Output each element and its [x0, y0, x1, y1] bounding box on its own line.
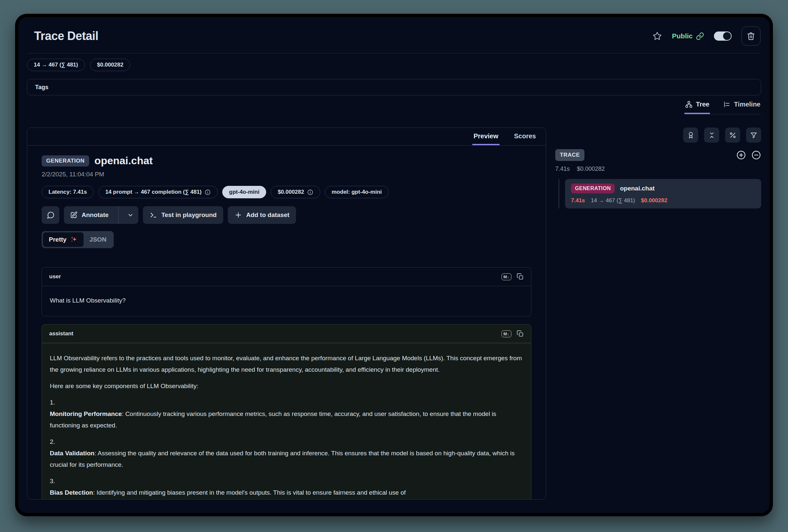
model-param-badge: model: gpt-4o-mini — [325, 186, 389, 198]
assistant-message-header: assistant M↓ — [42, 324, 531, 343]
tab-scores[interactable]: Scores — [513, 133, 537, 145]
messages-container: user M↓ What is LLM Observability? — [42, 267, 531, 499]
content-row: Preview Scores GENERATION openai.chat 2/… — [27, 127, 761, 499]
token-usage-badge[interactable]: 14 → 467 (∑ 481) — [27, 59, 85, 71]
info-icon — [307, 189, 313, 195]
public-toggle[interactable] — [714, 32, 732, 41]
annotations-toggle-button[interactable] — [683, 127, 698, 143]
list-desc: : Assessing the quality and relevance of… — [50, 450, 515, 468]
button-separator — [118, 206, 119, 224]
panel-body: GENERATION openai.chat 2/2/2025, 11:04:0… — [27, 145, 546, 499]
plus-circle-icon[interactable] — [736, 150, 746, 160]
award-icon — [687, 132, 694, 139]
star-icon[interactable] — [652, 31, 662, 41]
list-term: Data Validation — [50, 450, 94, 457]
sparkles-icon — [70, 236, 78, 243]
node-tokens: 14 → 467 (∑ 481) — [591, 197, 635, 204]
tab-tree[interactable]: Tree — [685, 97, 710, 114]
tree-connector — [558, 179, 559, 209]
generation-node[interactable]: GENERATION openai.chat 7.41s 14 → 467 (∑… — [565, 179, 761, 209]
add-to-dataset-label: Add to dataset — [246, 212, 290, 219]
list-item: 2. Data Validation: Assessing the qualit… — [50, 436, 523, 470]
list-item-text: Data Validation: Assessing the quality a… — [50, 448, 523, 470]
node-type-badge: GENERATION — [571, 183, 615, 193]
tab-timeline-label: Timeline — [734, 101, 761, 108]
markdown-icon[interactable]: M↓ — [501, 273, 511, 280]
collapse-all-button[interactable] — [704, 127, 719, 143]
role-label: assistant — [49, 330, 74, 337]
node-latency: 7.41s — [571, 197, 585, 204]
public-link[interactable]: Public — [672, 32, 704, 40]
trace-cost-badge[interactable]: $0.000282 — [90, 59, 130, 71]
cost-badge[interactable]: $0.000282 — [271, 186, 320, 198]
tags-box[interactable]: Tags — [27, 79, 761, 95]
metrics-toggle-button[interactable] — [725, 127, 740, 143]
edit-icon — [70, 211, 78, 219]
model-pill[interactable]: gpt-4o-mini — [222, 186, 267, 198]
panel-tabs: Preview Scores — [27, 128, 546, 145]
assistant-message-body: LLM Observability refers to the practice… — [42, 343, 531, 499]
node-name: openai.chat — [620, 185, 655, 192]
list-item: 1. Monitoring Performance: Continuously … — [50, 397, 523, 431]
list-desc: : Identifying and mitigating biases pres… — [93, 489, 406, 496]
view-tabs: Tree Timeline — [685, 97, 761, 114]
terminal-icon — [150, 211, 157, 219]
filter-button[interactable] — [746, 127, 761, 143]
trace-row: TRACE — [555, 149, 761, 161]
token-detail-badge[interactable]: 14 prompt → 467 completion (∑ 481) — [98, 186, 218, 198]
playground-label: Test in playground — [161, 212, 217, 219]
user-message-body: What is LLM Observability? — [42, 286, 531, 316]
trash-icon — [747, 32, 755, 40]
list-term: Monitoring Performance — [50, 410, 122, 417]
minus-circle-icon[interactable] — [751, 150, 761, 160]
token-detail-text: 14 prompt → 467 completion (∑ 481) — [105, 189, 202, 195]
assistant-components-heading: Here are some key components of LLM Obse… — [50, 380, 523, 392]
trace-stats-row: 14 → 467 (∑ 481) $0.000282 — [27, 59, 761, 71]
observation-timestamp: 2/2/2025, 11:04:04 PM — [42, 171, 531, 178]
annotate-main[interactable]: Annotate — [64, 206, 114, 224]
copy-icon[interactable] — [517, 273, 524, 280]
tab-tree-label: Tree — [696, 101, 709, 108]
format-json[interactable]: JSON — [84, 232, 113, 247]
message-header-icons: M↓ — [501, 330, 524, 337]
list-item: 3. Bias Detection: Identifying and mitig… — [50, 475, 523, 498]
annotate-dropdown[interactable] — [123, 206, 138, 224]
copy-icon[interactable] — [517, 330, 524, 337]
tree-zoom-controls — [736, 150, 761, 160]
list-item-text: Monitoring Performance: Continuously tra… — [50, 408, 523, 431]
test-in-playground-button[interactable]: Test in playground — [143, 206, 223, 224]
chevron-down-icon — [127, 212, 134, 218]
format-toggle: Pretty JSON — [42, 231, 114, 248]
top-bar: Trace Detail Public — [27, 25, 761, 46]
role-label: user — [49, 273, 61, 280]
collapse-icon — [708, 132, 715, 139]
annotate-button[interactable]: Annotate — [64, 206, 138, 224]
trace-metrics: 7.41s $0.000282 — [555, 165, 761, 172]
assistant-intro: LLM Observability refers to the practice… — [50, 352, 523, 375]
observation-badges-row: Latency: 7.41s 14 prompt → 467 completio… — [42, 186, 531, 198]
observation-preview-panel: Preview Scores GENERATION openai.chat 2/… — [27, 127, 546, 499]
format-pretty[interactable]: Pretty — [43, 232, 84, 247]
toggle-knob — [723, 32, 731, 40]
annotate-label: Annotate — [82, 212, 109, 219]
markdown-icon[interactable]: M↓ — [501, 330, 511, 337]
list-item-text: Bias Detection: Identifying and mitigati… — [50, 487, 523, 498]
timeline-icon — [723, 101, 731, 108]
public-label: Public — [672, 32, 693, 40]
page-title: Trace Detail — [27, 29, 98, 43]
delete-trace-button[interactable] — [742, 26, 761, 45]
add-to-dataset-button[interactable]: Add to dataset — [228, 206, 296, 224]
observation-actions-row: Annotate Test in playgroun — [42, 206, 531, 224]
header-divider — [27, 53, 761, 54]
info-icon — [204, 189, 211, 195]
trace-badge[interactable]: TRACE — [555, 149, 585, 161]
percent-icon — [729, 132, 736, 139]
observation-type-badge: GENERATION — [42, 155, 89, 166]
list-number: 3. — [50, 475, 523, 487]
tree-icon — [685, 101, 693, 108]
trace-cost: $0.000282 — [577, 165, 605, 172]
comment-button[interactable] — [42, 206, 59, 224]
tab-timeline[interactable]: Timeline — [723, 97, 761, 114]
tab-preview[interactable]: Preview — [472, 133, 500, 145]
view-tabs-row: Tree Timeline — [27, 97, 761, 114]
